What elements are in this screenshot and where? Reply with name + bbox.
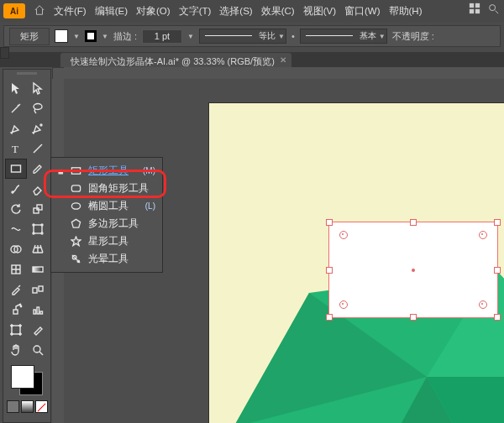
tools-panel: T [3,69,51,423]
menu-window[interactable]: 窗口(W) [344,5,381,18]
menu-type[interactable]: 文字(T) [179,5,212,18]
stroke-label: 描边 : [113,30,137,43]
slice-tool[interactable] [28,321,48,339]
close-icon[interactable]: ✕ [280,55,286,65]
svg-point-12 [40,124,42,126]
symbol-sprayer-tool[interactable] [6,300,26,319]
style-combo[interactable]: 基本▼ [300,29,387,44]
artboard-tool[interactable] [6,321,26,339]
app-logo: Ai [3,3,25,18]
polygon-icon [70,218,81,230]
svg-point-37 [34,346,40,352]
menu-select[interactable]: 选择(S) [219,5,252,18]
dock-grip[interactable] [0,47,9,59]
direct-selection-tool[interactable] [28,79,48,97]
fill-color[interactable] [11,365,34,389]
svg-rect-29 [39,286,43,291]
flyout-polygon[interactable]: 多边形工具 [51,215,162,232]
svg-point-31 [19,304,20,305]
pen-tool[interactable] [6,119,26,138]
zoom-tool[interactable] [28,341,48,359]
svg-rect-39 [71,168,80,174]
svg-rect-2 [470,9,474,13]
flare-icon [70,253,81,265]
svg-point-11 [34,104,42,110]
rotate-tool[interactable] [6,200,26,218]
line-tool[interactable] [28,139,48,158]
svg-rect-27 [33,267,43,272]
svg-rect-17 [34,208,39,213]
menu-view[interactable]: 视图(V) [303,5,336,18]
svg-rect-35 [40,311,43,314]
flyout-rounded-rectangle[interactable]: 圆角矩形工具 [51,180,162,197]
shape-builder-tool[interactable] [6,240,26,258]
hand-tool[interactable] [6,341,26,359]
panel-grip[interactable] [3,70,50,76]
document-tab-title: 快速绘制六边形晶体-AI.ai* @ 33.33% (RGB/预览) [71,56,275,66]
rect-icon [70,165,81,177]
magic-wand-tool[interactable] [6,99,26,118]
stroke-profile-combo[interactable]: 等比▼ [199,29,286,44]
shaper-tool[interactable] [6,180,26,198]
fill-dropdown[interactable]: ▼ [73,33,80,40]
svg-point-4 [490,5,496,11]
type-tool[interactable]: T [6,139,26,158]
mesh-tool[interactable] [6,260,26,279]
star-icon [70,236,81,248]
svg-point-32 [20,306,21,306]
svg-rect-40 [71,185,80,191]
menu-edit[interactable]: 编辑(E) [95,5,128,18]
svg-rect-15 [12,165,21,172]
search-icon[interactable] [487,3,499,16]
draw-modes[interactable] [7,400,48,413]
svg-rect-30 [13,310,18,314]
paintbrush-tool[interactable] [28,159,48,178]
eyedropper-tool[interactable] [6,280,26,299]
svg-rect-3 [475,9,480,13]
flyout-star[interactable]: 星形工具 [51,232,162,250]
svg-rect-28 [33,288,37,293]
opacity-label: 不透明度 : [392,30,434,43]
stroke-stepper[interactable]: ▼ [187,33,194,40]
menu-object[interactable]: 对象(O) [136,5,171,18]
scale-tool[interactable] [28,200,48,218]
shape-name[interactable]: 矩形 [9,28,50,45]
svg-rect-34 [37,307,39,314]
free-transform-tool[interactable] [28,220,48,238]
fill-swatch[interactable] [55,29,68,43]
shape-tool-flyout: ■ 矩形工具 (M) 圆角矩形工具 椭圆工具 (L) 多边形工具 星形工具 [50,157,163,273]
menu-help[interactable]: 帮助(H) [389,5,423,18]
stroke-swatch[interactable] [85,30,97,42]
perspective-grid-tool[interactable] [28,240,48,258]
rounded-rect-icon [70,183,81,195]
width-tool[interactable] [6,220,26,238]
lasso-tool[interactable] [28,99,48,118]
svg-line-38 [39,352,43,355]
flyout-ellipse[interactable]: 椭圆工具 (L) [51,197,162,215]
column-graph-tool[interactable] [28,300,48,319]
ellipse-icon [70,201,81,212]
stroke-dropdown[interactable]: ▼ [102,33,108,40]
svg-rect-18 [37,205,42,210]
fill-stroke-box[interactable] [9,363,45,397]
svg-rect-19 [34,225,42,233]
selected-rectangle[interactable] [328,222,498,318]
blend-tool[interactable] [28,280,48,299]
layout-icon[interactable] [469,3,480,16]
svg-marker-42 [71,219,80,227]
menu-effect[interactable]: 效果(C) [261,5,295,18]
curvature-tool[interactable] [28,119,48,138]
home-icon[interactable] [34,4,45,18]
stroke-weight-field[interactable]: 1 pt [142,29,182,44]
flyout-flare[interactable]: 光晕工具 [51,250,162,268]
gradient-tool[interactable] [28,260,48,279]
eraser-tool[interactable] [28,180,48,198]
selection-tool[interactable] [6,79,26,97]
svg-line-5 [496,11,499,14]
rectangle-tool[interactable] [5,159,27,179]
svg-rect-1 [475,3,480,8]
menu-file[interactable]: 文件(F) [54,5,87,18]
svg-point-41 [71,203,80,209]
ruler-horizontal[interactable] [64,67,504,80]
flyout-rectangle[interactable]: ■ 矩形工具 (M) [51,162,162,180]
